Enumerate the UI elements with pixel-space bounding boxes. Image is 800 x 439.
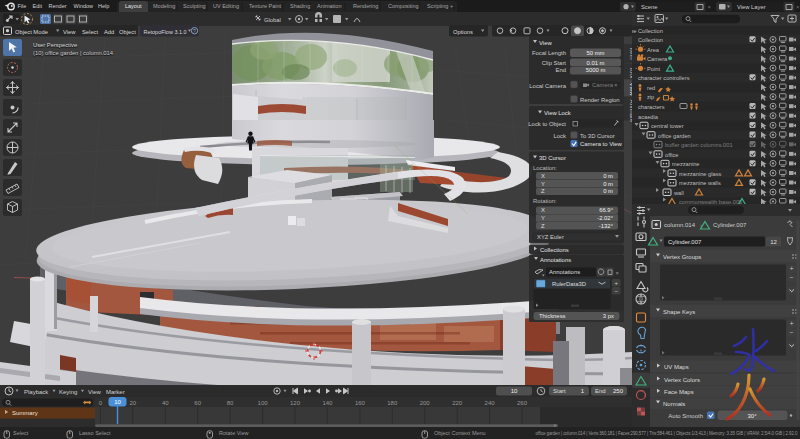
svg-text:0 m: 0 m [603, 173, 613, 179]
svg-text:0 m: 0 m [603, 181, 613, 187]
svg-text:+: + [614, 280, 618, 286]
svg-text:End: End [595, 388, 606, 394]
svg-text:View Layer: View Layer [737, 4, 766, 10]
svg-text:Area: Area [647, 47, 660, 53]
svg-text:central tower: central tower [651, 123, 684, 129]
svg-text:Scene: Scene [641, 4, 657, 10]
svg-text:250: 250 [613, 388, 624, 394]
svg-text:red: red [647, 85, 655, 91]
svg-text:View: View [63, 29, 76, 35]
svg-text:Shape Keys: Shape Keys [663, 309, 695, 315]
svg-text:Lock: Lock [554, 133, 566, 139]
svg-text:View: View [539, 40, 552, 46]
svg-text:160: 160 [355, 400, 366, 406]
svg-text:220: 220 [452, 400, 463, 406]
svg-text:-132°: -132° [599, 223, 613, 229]
svg-text:Object: Object [119, 29, 136, 35]
svg-text:260: 260 [517, 400, 528, 406]
svg-text:View: View [88, 389, 102, 395]
svg-text:10: 10 [511, 388, 518, 394]
svg-text:Start: Start [553, 388, 566, 394]
svg-text:End: End [556, 67, 566, 73]
svg-text:Object Mode: Object Mode [15, 29, 48, 35]
svg-text:−: − [790, 274, 794, 281]
svg-text:60: 60 [194, 400, 201, 406]
svg-text:Local Camera: Local Camera [529, 83, 566, 89]
svg-text:Lock to Object: Lock to Object [528, 121, 566, 127]
svg-text:To 3D Cursor: To 3D Cursor [580, 133, 615, 139]
svg-text:Vertex Groups: Vertex Groups [663, 254, 701, 260]
svg-text:Cylinder.007: Cylinder.007 [713, 222, 747, 228]
svg-text:Annotations: Annotations [549, 269, 580, 275]
svg-text:Camera to View: Camera to View [580, 141, 623, 147]
svg-text:Z: Z [541, 188, 545, 194]
svg-text:180: 180 [387, 400, 398, 406]
svg-text:ne Collection: ne Collection [632, 28, 663, 34]
svg-text:12: 12 [770, 239, 777, 245]
svg-text:Focal Length: Focal Length [532, 50, 566, 56]
svg-text:+: + [790, 265, 794, 272]
svg-text:column.014: column.014 [664, 222, 696, 228]
svg-text:?: ? [193, 28, 196, 34]
svg-text:Clip Start: Clip Start [542, 60, 567, 66]
svg-text:Point: Point [647, 66, 660, 72]
svg-text:0 m: 0 m [603, 188, 613, 194]
svg-text:3D Cursor: 3D Cursor [539, 155, 566, 161]
svg-text:Add: Add [104, 29, 114, 35]
svg-text:RulerData3D: RulerData3D [552, 281, 586, 287]
svg-text:100: 100 [258, 400, 269, 406]
svg-text:Playback: Playback [24, 389, 49, 395]
svg-text:wall: wall [673, 190, 684, 196]
svg-text:Camera: Camera [592, 82, 614, 88]
svg-text:XYZ Euler: XYZ Euler [537, 234, 564, 240]
svg-text:Z: Z [541, 223, 545, 229]
svg-text:Collection: Collection [638, 37, 663, 43]
svg-text:×: × [796, 4, 799, 10]
svg-text:Camera: Camera [647, 56, 668, 62]
svg-text:mezzanine: mezzanine [672, 161, 700, 167]
svg-text:View Lock: View Lock [544, 110, 571, 116]
svg-text:Y: Y [541, 215, 545, 221]
svg-text:buffer garden columns.001: buffer garden columns.001 [665, 142, 733, 148]
svg-text:66.9°: 66.9° [599, 207, 613, 213]
svg-text:zip: zip [647, 94, 654, 100]
svg-text:50 mm: 50 mm [586, 50, 604, 56]
svg-text:−: − [614, 288, 618, 294]
svg-text:Collections: Collections [540, 247, 569, 253]
svg-text:acaedia: acaedia [638, 114, 659, 120]
svg-text:20: 20 [129, 400, 136, 406]
svg-text:×: × [708, 4, 711, 10]
svg-text:40: 40 [162, 400, 169, 406]
svg-text:Thickness: Thickness [539, 313, 566, 319]
svg-text:UV Maps: UV Maps [664, 364, 689, 370]
svg-text:Location:: Location: [533, 165, 557, 171]
svg-text:120: 120 [290, 400, 301, 406]
svg-text:Vertex Colors: Vertex Colors [664, 377, 700, 383]
svg-text:×: × [616, 270, 620, 276]
svg-text:Cylinder.007: Cylinder.007 [668, 239, 702, 245]
svg-text:10: 10 [114, 399, 121, 405]
svg-text:-2.02°: -2.02° [597, 215, 613, 221]
svg-text:5000 m: 5000 m [586, 67, 606, 73]
svg-text:Select: Select [82, 29, 99, 35]
svg-text:Keying: Keying [59, 389, 77, 395]
svg-text:Y: Y [541, 181, 545, 187]
svg-text:Normals: Normals [663, 401, 685, 407]
svg-text:Annotations: Annotations [540, 257, 571, 263]
svg-text:Face Maps: Face Maps [664, 389, 694, 395]
svg-text:240: 240 [485, 400, 496, 406]
svg-text:Global: Global [264, 17, 281, 23]
svg-text:0.01 m: 0.01 m [586, 60, 604, 66]
svg-text:mezzanine glass: mezzanine glass [679, 171, 722, 177]
svg-text:80: 80 [227, 400, 234, 406]
svg-text:Rotation:: Rotation: [533, 198, 557, 204]
svg-text:RetopoFlow 3.1.0: RetopoFlow 3.1.0 [144, 29, 187, 35]
svg-text:3 px: 3 px [603, 313, 614, 319]
svg-text:X: X [541, 173, 545, 179]
svg-text:Options: Options [453, 29, 473, 35]
svg-text:×: × [614, 82, 618, 88]
svg-text:Summary: Summary [12, 410, 38, 416]
svg-text:Marker: Marker [106, 389, 125, 395]
svg-text:characters: characters [638, 104, 665, 110]
svg-text:Auto Smooth: Auto Smooth [668, 413, 703, 419]
